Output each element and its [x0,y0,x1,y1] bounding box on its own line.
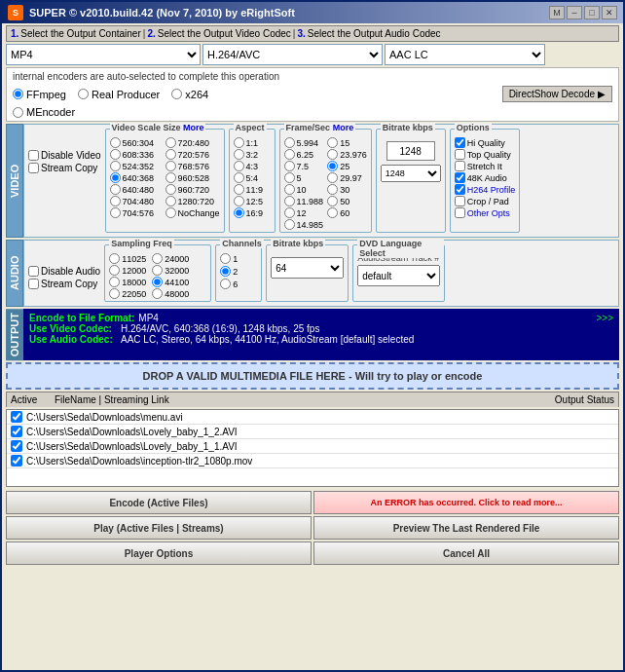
channel-1[interactable]: 1 [220,253,257,264]
stream-copy-checkbox[interactable] [28,163,39,173]
scale-640-480[interactable]: 640:480 [110,184,165,195]
preview-button[interactable]: Preview The Last Rendered File [313,516,619,540]
fps-11-988[interactable]: 11.988 [284,196,324,206]
disable-audio-checkbox[interactable] [28,266,39,277]
fps-5[interactable]: 5 [284,172,324,183]
step2-number[interactable]: 2. [147,28,155,39]
file-checkbox-2[interactable] [11,426,22,437]
fps-6-25[interactable]: 6.25 [284,149,324,160]
drop-zone[interactable]: DROP A VALID MULTIMEDIA FILE HERE - Will… [6,362,619,390]
minimize-button[interactable]: – [567,6,582,19]
freq-22050[interactable]: 22050 [109,288,146,299]
opt-crop-pad[interactable]: Crop / Pad [455,196,516,206]
audio-bitrate-select[interactable]: 64 [271,257,344,279]
aspect-4-3[interactable]: 4:3 [234,161,271,171]
aspect-11-9[interactable]: 11:9 [234,184,271,195]
audio-codec-select[interactable]: AAC LC [385,44,545,65]
opt-other-opts[interactable]: Other Opts [455,207,516,218]
freq-44100[interactable]: 44100 [152,277,189,287]
scale-nochange[interactable]: NoChange [165,207,220,218]
mencoder-radio[interactable] [13,107,23,118]
step1-number[interactable]: 1. [11,28,18,39]
channel-2[interactable]: 2 [220,266,257,277]
disable-video-checkbox[interactable] [28,150,39,161]
play-button[interactable]: Play (Active Files | Streams) [6,516,312,540]
freq-32000[interactable]: 32000 [152,265,189,276]
more-scale-link[interactable]: More [183,123,204,132]
aspect-3-2[interactable]: 3:2 [234,149,271,160]
scale-720-576[interactable]: 720:576 [165,149,220,160]
file-checkbox-4[interactable] [11,455,22,467]
cancel-all-button[interactable]: Cancel All [313,541,619,565]
scale-1280-720[interactable]: 1280:720 [165,196,220,206]
dvd-lang-select[interactable]: default [357,265,440,286]
fps-50[interactable]: 50 [327,196,367,206]
fps-5-994[interactable]: 5.994 [284,137,324,148]
scale-768[interactable]: 768:576 [165,161,220,171]
ffmpeg-option[interactable]: FFmpeg [13,89,66,100]
more-frame-link[interactable]: More [333,123,354,132]
fps-29-97[interactable]: 29.97 [327,172,367,183]
x264-option[interactable]: x264 [171,89,208,100]
video-bitrate-select[interactable]: 1248 [381,165,441,182]
mencoder-option[interactable]: MEncoder [13,106,612,118]
step3-number[interactable]: 3. [297,28,305,39]
freq-48000[interactable]: 48000 [152,288,189,299]
fps-25[interactable]: 25 [327,161,367,171]
fps-60[interactable]: 60 [327,207,367,218]
real-producer-option[interactable]: Real Producer [78,89,160,100]
scale-960-720[interactable]: 960:720 [165,184,220,195]
audio-stream-copy-checkbox[interactable] [28,279,39,289]
scale-560[interactable]: 560:304 [110,137,165,148]
scale-524[interactable]: 524:352 [110,161,165,171]
file-checkbox-3[interactable] [11,440,22,452]
opt-stretch-it[interactable]: Stretch It [455,161,516,171]
fps-15[interactable]: 15 [327,137,367,148]
directshow-decode-button[interactable]: DirectShow Decode ▶ [502,86,612,102]
aspect-12-5[interactable]: 12:5 [234,196,271,206]
encode-button[interactable]: Encode (Active Files) [6,491,312,514]
real-producer-radio[interactable] [78,89,89,99]
m-button[interactable]: M [549,6,565,19]
fps-23-976[interactable]: 23.976 [327,149,367,160]
freq-11025[interactable]: 11025 [109,253,146,264]
scale-960-528[interactable]: 960:528 [165,172,220,183]
opt-top-quality[interactable]: Top Quality [455,149,516,160]
aspect-16-9[interactable]: 16:9 [234,207,271,218]
freq-12000[interactable]: 12000 [109,265,146,276]
aspect-5-4[interactable]: 5:4 [234,172,271,183]
stream-copy-option[interactable]: Stream Copy [28,163,101,173]
scale-704-576[interactable]: 704:576 [110,207,165,218]
ffmpeg-radio[interactable] [13,89,23,99]
step3-label[interactable]: Select the Output Audio Codec [308,28,441,39]
video-codec-select[interactable]: H.264/AVC [202,44,383,65]
scale-720-480[interactable]: 720:480 [165,137,220,148]
step2-label[interactable]: Select the Output Video Codec [158,28,291,39]
fps-14-985[interactable]: 14.985 [284,219,324,230]
maximize-button[interactable]: □ [584,6,600,19]
player-options-button[interactable]: Player Options [6,541,312,565]
container-select[interactable]: MP4 [6,44,201,65]
error-button[interactable]: An ERROR has occurred. Click to read mor… [313,491,619,514]
audio-stream-copy-option[interactable]: Stream Copy [28,279,100,289]
fps-12[interactable]: 12 [284,207,324,218]
file-checkbox-1[interactable] [11,411,22,423]
opt-48k-audio[interactable]: 48K Audio [455,172,516,183]
video-bitrate-input[interactable]: 1248 [386,141,435,161]
x264-radio[interactable] [171,89,182,99]
disable-audio-option[interactable]: Disable Audio [28,266,100,277]
scale-704-480[interactable]: 704:480 [110,196,165,206]
fps-10[interactable]: 10 [284,184,324,195]
opt-hi-quality[interactable]: Hi Quality [455,137,516,148]
fps-7-5[interactable]: 7.5 [284,161,324,171]
aspect-1-1[interactable]: 1:1 [234,137,271,148]
freq-24000[interactable]: 24000 [152,253,189,264]
fps-30[interactable]: 30 [327,184,367,195]
scale-608[interactable]: 608:336 [110,149,165,160]
opt-h264-profile[interactable]: H264 Profile [455,184,516,195]
close-button[interactable]: ✕ [602,6,617,19]
freq-18000[interactable]: 18000 [109,277,146,287]
channel-6[interactable]: 6 [220,279,257,289]
disable-video-option[interactable]: Disable Video [28,150,101,161]
scale-640-368[interactable]: 640:368 [110,172,165,183]
